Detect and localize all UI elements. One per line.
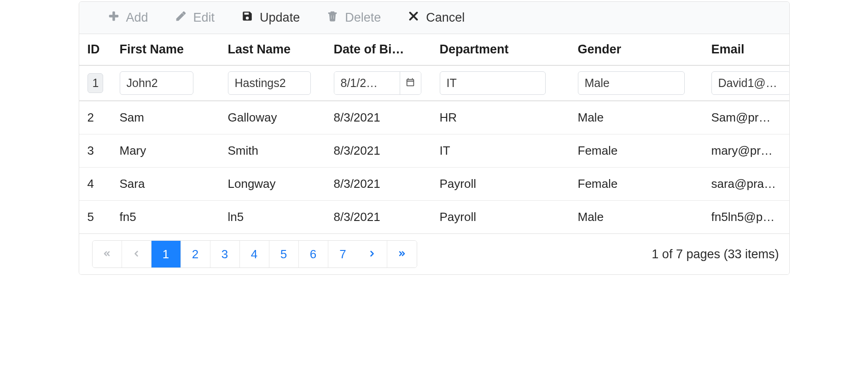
calendar-button[interactable] — [400, 72, 421, 94]
cell-last: Smith — [228, 144, 334, 158]
save-icon — [241, 10, 253, 25]
pager-info: 1 of 7 pages (33 items) — [652, 247, 779, 261]
col-first[interactable]: First Name — [120, 42, 228, 57]
calendar-icon — [405, 77, 415, 89]
dob-input[interactable]: 8/1/2… — [334, 72, 400, 94]
trash-icon — [326, 10, 338, 25]
col-dept[interactable]: Department — [440, 42, 578, 57]
chevrons-right-icon — [397, 247, 407, 261]
cell-id: 3 — [87, 144, 120, 158]
table-row[interactable]: 2SamGalloway8/3/2021HRMaleSam@pra… — [79, 101, 789, 134]
cell-id: 2 — [87, 110, 120, 125]
department-input[interactable] — [440, 71, 546, 95]
edit-row: 1 8/1/2… David1@… — [79, 66, 789, 101]
page-1[interactable]: 1 — [151, 241, 181, 267]
cell-first: Mary — [120, 144, 228, 158]
update-label: Update — [260, 11, 300, 25]
cell-first: fn5 — [120, 210, 228, 224]
gender-input[interactable] — [578, 71, 685, 95]
pager-prev[interactable] — [122, 241, 151, 267]
toolbar: Add Edit Update Delete Cancel — [79, 2, 789, 34]
cancel-label: Cancel — [426, 11, 465, 25]
cell-gender: Female — [578, 177, 711, 191]
cell-dept: IT — [440, 144, 578, 158]
close-icon — [408, 10, 419, 25]
update-button[interactable]: Update — [238, 8, 303, 27]
chevrons-left-icon — [102, 247, 111, 261]
cell-email: Sam@pra… — [711, 110, 781, 125]
pager-last[interactable] — [387, 241, 417, 267]
cell-email: mary@pra… — [711, 144, 781, 158]
page-4[interactable]: 4 — [240, 241, 269, 267]
cell-id: 4 — [87, 177, 120, 191]
table-body: 2SamGalloway8/3/2021HRMaleSam@pra…3MaryS… — [79, 101, 789, 234]
cell-gender: Male — [578, 210, 711, 224]
dob-field: 8/1/2… — [334, 71, 421, 95]
add-label: Add — [126, 11, 148, 25]
svg-rect-3 — [333, 15, 334, 19]
id-field[interactable]: 1 — [87, 73, 103, 93]
svg-rect-2 — [331, 15, 332, 19]
chevron-right-icon — [367, 247, 377, 261]
edit-label: Edit — [193, 11, 215, 25]
cell-dob: 8/3/2021 — [334, 144, 440, 158]
pager: 1234567 — [92, 240, 417, 268]
cell-dept: HR — [440, 110, 578, 125]
cell-dept: Payroll — [440, 210, 578, 224]
cell-email: sara@pra… — [711, 177, 781, 191]
chevron-left-icon — [132, 247, 141, 261]
table-row[interactable]: 3MarySmith8/3/2021ITFemalemary@pra… — [79, 134, 789, 168]
delete-button[interactable]: Delete — [323, 8, 384, 27]
page-7[interactable]: 7 — [328, 241, 358, 267]
pager-next[interactable] — [358, 241, 387, 267]
pencil-icon — [175, 10, 187, 25]
table-header: ID First Name Last Name Date of Bi… Depa… — [79, 34, 789, 66]
cell-first: Sam — [120, 110, 228, 125]
cell-dob: 8/3/2021 — [334, 110, 440, 125]
page-6[interactable]: 6 — [299, 241, 328, 267]
cancel-button[interactable]: Cancel — [404, 8, 468, 27]
cell-id: 5 — [87, 210, 120, 224]
add-button[interactable]: Add — [104, 8, 152, 27]
col-gender[interactable]: Gender — [578, 42, 711, 57]
col-id[interactable]: ID — [87, 42, 120, 57]
table-row[interactable]: 5fn5ln58/3/2021PayrollMalefn5ln5@pr… — [79, 201, 789, 234]
svg-rect-1 — [109, 15, 118, 17]
col-dob[interactable]: Date of Bi… — [334, 42, 440, 57]
col-email[interactable]: Email — [711, 42, 781, 57]
pager-bar: 1234567 1 of 7 pages (33 items) — [79, 234, 789, 274]
cell-dob: 8/3/2021 — [334, 177, 440, 191]
cell-gender: Female — [578, 144, 711, 158]
cell-last: Galloway — [228, 110, 334, 125]
cell-first: Sara — [120, 177, 228, 191]
edit-button[interactable]: Edit — [171, 8, 219, 27]
delete-label: Delete — [345, 11, 381, 25]
plus-icon — [108, 10, 120, 25]
email-input[interactable]: David1@… — [711, 71, 790, 95]
first-name-input[interactable] — [120, 71, 193, 95]
cell-dept: Payroll — [440, 177, 578, 191]
data-grid: Add Edit Update Delete Cancel — [79, 1, 790, 275]
page-3[interactable]: 3 — [210, 241, 240, 267]
page-5[interactable]: 5 — [269, 241, 299, 267]
page-2[interactable]: 2 — [181, 241, 210, 267]
table-row[interactable]: 4SaraLongway8/3/2021PayrollFemalesara@pr… — [79, 168, 789, 201]
cell-email: fn5ln5@pr… — [711, 210, 781, 224]
pager-first[interactable] — [93, 241, 122, 267]
cell-last: ln5 — [228, 210, 334, 224]
cell-last: Longway — [228, 177, 334, 191]
cell-dob: 8/3/2021 — [334, 210, 440, 224]
cell-gender: Male — [578, 110, 711, 125]
col-last[interactable]: Last Name — [228, 42, 334, 57]
last-name-input[interactable] — [228, 71, 311, 95]
